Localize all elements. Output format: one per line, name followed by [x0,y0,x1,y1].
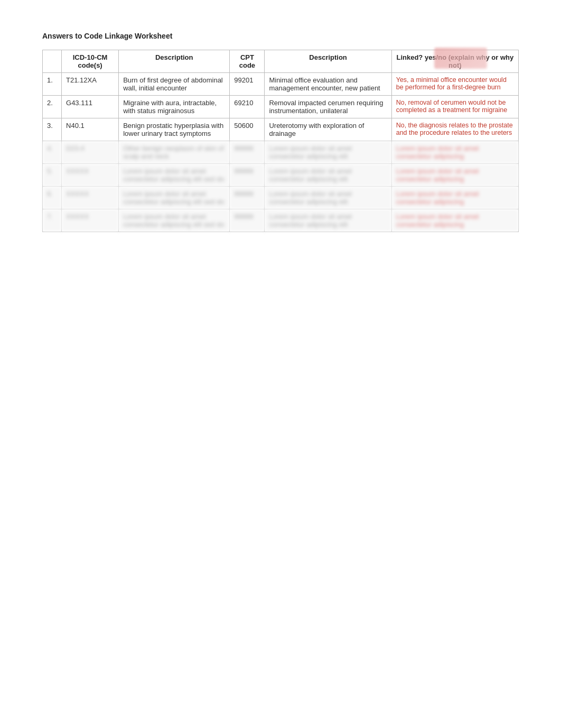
desc1-cell: Other benign neoplasm of skin of scalp a… [119,141,230,164]
row-num: 6. [43,187,62,209]
cpt-code: 99201 [230,73,265,96]
desc1-cell: Burn of first degree of abdominal wall, … [119,73,230,96]
table-row: 1.T21.12XABurn of first degree of abdomi… [43,73,519,96]
linked-cell: Lorem ipsum dolor sit amet consectetur a… [391,164,518,187]
linked-cell: Yes, a minimal office encounter would be… [391,73,518,96]
linked-cell: Lorem ipsum dolor sit amet consectetur a… [391,209,518,232]
desc2-cell: Lorem ipsum dolor sit amet consectetur a… [265,209,391,232]
linked-cell: Lorem ipsum dolor sit amet consectetur a… [391,141,518,164]
icd-code: G43.111 [62,96,119,118]
desc1-cell: Lorem ipsum dolor sit amet consectetur a… [119,187,230,209]
icd-code: XXXXX [62,187,119,209]
cpt-code: 99999 [230,164,265,187]
row-num: 7. [43,209,62,232]
row-num: 3. [43,118,62,141]
linked-cell: No, the diagnosis relates to the prostat… [391,118,518,141]
table-row: 3.N40.1Benign prostatic hyperplasia with… [43,118,519,141]
table-row: 4.D23.4Other benign neoplasm of skin of … [43,141,519,164]
cpt-code: 99999 [230,141,265,164]
desc2-cell: Lorem ipsum dolor sit amet consectetur a… [265,164,391,187]
icd-code: XXXXX [62,209,119,232]
desc1-cell: Lorem ipsum dolor sit amet consectetur a… [119,164,230,187]
col-header-num [43,50,62,73]
col-header-cpt: CPT code [230,50,265,73]
icd-code: D23.4 [62,141,119,164]
linked-cell: No, removal of cerumen would not be comp… [391,96,518,118]
page-title: Answers to Code Linkage Worksheet [42,32,519,40]
desc2-cell: Lorem ipsum dolor sit amet consectetur a… [265,141,391,164]
icd-code: N40.1 [62,118,119,141]
table-row: 5.XXXXXLorem ipsum dolor sit amet consec… [43,164,519,187]
row-num: 5. [43,164,62,187]
cpt-code: 50600 [230,118,265,141]
cpt-code: 69210 [230,96,265,118]
cpt-code: 99999 [230,187,265,209]
col-header-desc2: Description [265,50,391,73]
desc2-cell: Ureterotomy with exploration of drainage [265,118,391,141]
table-row: 7.XXXXXLorem ipsum dolor sit amet consec… [43,209,519,232]
icd-code: XXXXX [62,164,119,187]
row-num: 2. [43,96,62,118]
code-linkage-table: ICD-10-CM code(s) Description CPT code D… [42,50,519,232]
icd-code: T21.12XA [62,73,119,96]
watermark [434,48,487,69]
desc1-cell: Migraine with aura, intractable, with st… [119,96,230,118]
desc2-cell: Minimal office evaluation and management… [265,73,391,96]
cpt-code: 99999 [230,209,265,232]
table-row: 6.XXXXXLorem ipsum dolor sit amet consec… [43,187,519,209]
row-num: 4. [43,141,62,164]
table-row: 2.G43.111Migraine with aura, intractable… [43,96,519,118]
col-header-icd: ICD-10-CM code(s) [62,50,119,73]
desc1-cell: Lorem ipsum dolor sit amet consectetur a… [119,209,230,232]
row-num: 1. [43,73,62,96]
desc1-cell: Benign prostatic hyperplasia with lower … [119,118,230,141]
linked-cell: Lorem ipsum dolor sit amet consectetur a… [391,187,518,209]
col-header-desc1: Description [119,50,230,73]
desc2-cell: Removal impacted cerumen requiring instr… [265,96,391,118]
desc2-cell: Lorem ipsum dolor sit amet consectetur a… [265,187,391,209]
